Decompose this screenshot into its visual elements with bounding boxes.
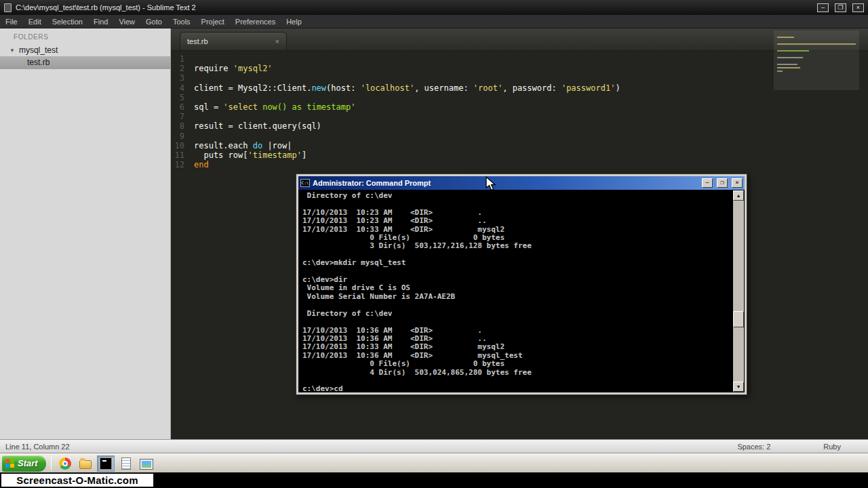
code-line[interactable]: 2require 'mysql2' [171, 64, 868, 73]
syntax-setting[interactable]: Ruby [823, 443, 841, 451]
sublime-app-icon [4, 3, 12, 12]
maximize-button[interactable]: ❐ [835, 3, 846, 12]
code-line[interactable]: 3 [171, 73, 868, 83]
tab-bar: test.rb × [171, 28, 868, 51]
cmd-minimize-button[interactable]: – [702, 178, 713, 188]
code-line[interactable]: 12end [171, 160, 868, 169]
bottom-strip: Screencast-O-Matic.com [0, 472, 868, 488]
menu-selection[interactable]: Selection [47, 18, 88, 26]
cmd-window: C:\ Administrator: Command Prompt – ❐ × … [296, 174, 747, 395]
menu-preferences[interactable]: Preferences [230, 18, 281, 26]
menu-tools[interactable]: Tools [167, 18, 196, 26]
chevron-down-icon[interactable]: ▼ [9, 47, 15, 54]
mouse-cursor-icon [486, 176, 498, 192]
caret-position: Line 11, Column 22 [5, 443, 70, 451]
cmd-output[interactable]: Directory of c:\dev 17/10/2013 10:23 AM … [302, 192, 731, 391]
code-line[interactable]: 5 [171, 93, 868, 102]
windows-flag-icon [5, 459, 14, 468]
code-line[interactable]: 9 [171, 131, 868, 141]
folder-icon[interactable] [77, 455, 94, 472]
code-line[interactable]: 11 puts row['timestamp'] [171, 150, 868, 160]
image-viewer-icon[interactable] [138, 455, 155, 472]
scroll-up-icon[interactable]: ▲ [733, 190, 744, 201]
cmd-title: Administrator: Command Prompt [313, 179, 698, 187]
sidebar-folder-mysql_test[interactable]: ▼ mysql_test [0, 44, 170, 56]
cmd-titlebar[interactable]: C:\ Administrator: Command Prompt – ❐ × [298, 176, 745, 190]
minimap[interactable] [774, 30, 859, 90]
tab-label: test.rb [187, 37, 208, 45]
scrollbar-thumb[interactable] [733, 311, 744, 327]
start-button[interactable]: Start [2, 455, 46, 472]
sublime-titlebar[interactable]: C:\dev\mysql_test\test.rb (mysql_test) -… [0, 0, 868, 15]
menu-help[interactable]: Help [281, 18, 307, 26]
code-line[interactable]: 8result = client.query(sql) [171, 121, 868, 131]
cmd-close-button[interactable]: × [732, 178, 743, 188]
minimize-button[interactable]: – [817, 3, 829, 12]
command-prompt-icon[interactable] [97, 455, 115, 472]
chrome-icon[interactable] [56, 455, 74, 472]
menu-find[interactable]: Find [88, 18, 113, 26]
tab-close-icon[interactable]: × [275, 37, 279, 45]
watermark: Screencast-O-Matic.com [0, 472, 155, 488]
cmd-icon: C:\ [300, 179, 310, 187]
code-line[interactable]: 10result.each do |row| [171, 141, 868, 150]
status-bar: Line 11, Column 22 Spaces: 2 Ruby [0, 439, 868, 453]
sidebar-header: FOLDERS [0, 28, 170, 44]
sidebar-file-test-rb[interactable]: test.rb [0, 56, 170, 69]
tab-test-rb[interactable]: test.rb × [180, 32, 287, 50]
cmd-maximize-button[interactable]: ❐ [717, 178, 728, 188]
code-line[interactable]: 7 [171, 112, 868, 121]
menu-goto[interactable]: Goto [140, 18, 167, 26]
taskbar: Start [0, 453, 868, 472]
menu-project[interactable]: Project [196, 18, 230, 26]
notepad-icon[interactable] [117, 455, 135, 472]
quick-launch [56, 455, 155, 472]
file-label: test.rb [27, 58, 50, 67]
code-line[interactable]: 1 [171, 54, 868, 64]
code-line[interactable]: 6sql = 'select now() as timestamp' [171, 102, 868, 112]
menu-file[interactable]: File [0, 18, 23, 26]
start-label: Start [18, 458, 38, 468]
menu-view[interactable]: View [113, 18, 140, 26]
folder-label: mysql_test [19, 45, 58, 55]
window-title: C:\dev\mysql_test\test.rb (mysql_test) -… [16, 3, 196, 12]
taskbar-divider [51, 457, 52, 470]
cmd-body[interactable]: Directory of c:\dev 17/10/2013 10:23 AM … [298, 190, 745, 392]
menu-bar: FileEditSelectionFindViewGotoToolsProjec… [0, 15, 868, 28]
desktop: C:\dev\mysql_test\test.rb (mysql_test) -… [0, 0, 868, 488]
cmd-scrollbar[interactable]: ▲ ▼ [733, 190, 744, 392]
code-line[interactable]: 4client = Mysql2::Client.new(host: 'loca… [171, 83, 868, 93]
sidebar: FOLDERS ▼ mysql_test test.rb [0, 28, 171, 439]
scroll-down-icon[interactable]: ▼ [733, 382, 744, 392]
menu-edit[interactable]: Edit [23, 18, 47, 26]
close-button[interactable]: × [852, 3, 864, 12]
status-right: Spaces: 2 Ruby [737, 443, 863, 451]
indent-setting[interactable]: Spaces: 2 [737, 443, 770, 451]
